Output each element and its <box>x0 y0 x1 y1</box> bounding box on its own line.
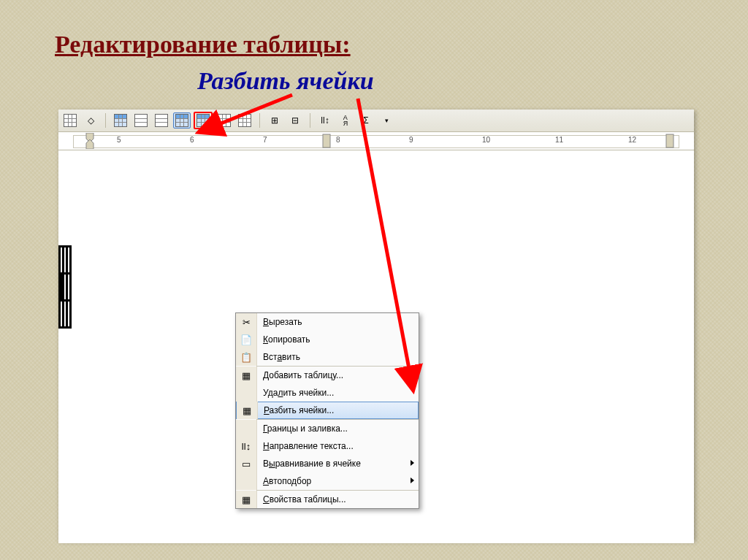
menu-label: Направление текста... <box>257 441 354 451</box>
alignment-icon: ▭ <box>236 455 257 472</box>
submenu-arrow-icon <box>411 477 414 483</box>
menu-label: Добавить таблицу... <box>257 370 343 380</box>
context-menu: ✂ Вырезать 📄 Копировать 📋 Вставить ▦ Доб… <box>235 312 419 509</box>
paste-icon: 📋 <box>236 348 257 366</box>
table-row[interactable] <box>60 301 71 328</box>
menu-label: Копировать <box>257 334 310 345</box>
menu-delete-cells[interactable]: Удалить ячейки... <box>236 384 419 402</box>
insert-table-button[interactable] <box>112 112 129 129</box>
slide-subtitle: Разбить ячейки <box>197 67 374 95</box>
insert-below-button[interactable] <box>153 112 170 129</box>
distribute-cols-button[interactable]: ⊟ <box>286 112 304 129</box>
menu-autofit[interactable]: Автоподбор <box>236 472 419 490</box>
blank-icon <box>236 420 257 437</box>
menu-text-direction[interactable]: ll↕ Направление текста... <box>236 437 419 455</box>
svg-rect-3 <box>666 134 673 147</box>
column-marker[interactable] <box>665 133 675 149</box>
split-cells-button[interactable] <box>194 112 213 129</box>
cut-icon: ✂ <box>236 313 257 331</box>
toolbar-separator <box>105 113 106 128</box>
blank-icon <box>236 384 257 402</box>
ruler-tick: 8 <box>336 136 340 144</box>
merge-cells-button[interactable] <box>215 112 233 129</box>
menu-insert-table[interactable]: ▦ Добавить таблицу... <box>236 367 419 384</box>
menu-split-cells[interactable]: ▦ Разбить ячейки... <box>236 402 419 419</box>
ruler-tick: 9 <box>409 136 413 144</box>
ruler-tick: 5 <box>117 136 121 144</box>
blank-icon <box>236 472 257 490</box>
submenu-arrow-icon <box>411 460 414 466</box>
table-icon: ▦ <box>236 491 257 508</box>
split-cells-icon: ▦ <box>237 402 258 419</box>
insert-above-button[interactable] <box>132 112 150 129</box>
ruler-tick: 7 <box>263 136 267 144</box>
column-marker[interactable] <box>321 133 332 149</box>
slide-title: Редактирование таблицы: <box>55 31 351 58</box>
menu-label: Автоподбор <box>257 476 311 486</box>
sample-table[interactable] <box>58 245 72 329</box>
ruler-tick: 6 <box>190 136 194 144</box>
ruler-tick: 12 <box>628 136 636 144</box>
menu-label: Границы и заливка... <box>257 423 348 434</box>
menu-label: Выравнивание в ячейке <box>257 459 361 469</box>
menu-label: Вставить <box>257 352 300 362</box>
ruler-tick: 11 <box>555 136 563 144</box>
table-icon: ▦ <box>236 367 257 384</box>
indent-marker[interactable] <box>85 133 95 149</box>
sort-button[interactable]: АЯ <box>337 112 354 129</box>
distribute-rows-button[interactable]: ⊞ <box>266 112 283 129</box>
word-screenshot: ◇ ⊞ ⊟ ll↕ АЯ Σ ▾ 5 6 7 8 9 10 11 12 <box>58 110 694 540</box>
menu-paste[interactable]: 📋 Вставить <box>236 348 419 366</box>
menu-cell-alignment[interactable]: ▭ Выравнивание в ячейке <box>236 455 419 472</box>
table-row[interactable] <box>60 247 71 274</box>
document-area[interactable]: ✂ Вырезать 📄 Копировать 📋 Вставить ▦ Доб… <box>58 150 694 543</box>
toolbar-separator <box>310 113 310 128</box>
menu-label: Разбить ячейки... <box>258 405 334 415</box>
menu-label: Вырезать <box>257 317 302 327</box>
menu-label: Удалить ячейки... <box>257 388 334 398</box>
svg-marker-1 <box>86 139 94 149</box>
table-row[interactable] <box>60 274 71 301</box>
text-direction-icon: ll↕ <box>236 437 257 455</box>
menu-cut[interactable]: ✂ Вырезать <box>236 313 419 331</box>
svg-rect-2 <box>323 134 330 147</box>
text-direction-button[interactable]: ll↕ <box>316 112 334 129</box>
copy-icon: 📄 <box>236 331 257 348</box>
split-table-button[interactable] <box>236 112 253 129</box>
toolbar-options-button[interactable]: ▾ <box>378 112 395 129</box>
menu-label: Свойства таблицы... <box>257 494 346 505</box>
eraser-button[interactable]: ◇ <box>82 112 99 129</box>
tables-toolbar: ◇ ⊞ ⊟ ll↕ АЯ Σ ▾ <box>58 110 694 132</box>
draw-table-button[interactable] <box>61 112 79 129</box>
autosum-button[interactable]: Σ <box>357 112 375 129</box>
insert-left-button[interactable] <box>173 112 191 129</box>
menu-table-properties[interactable]: ▦ Свойства таблицы... <box>236 491 419 508</box>
horizontal-ruler[interactable]: 5 6 7 8 9 10 11 12 <box>58 132 694 150</box>
ruler-tick: 10 <box>482 136 490 144</box>
menu-copy[interactable]: 📄 Копировать <box>236 331 419 348</box>
menu-borders-shading[interactable]: Границы и заливка... <box>236 420 419 437</box>
toolbar-separator <box>259 113 260 128</box>
